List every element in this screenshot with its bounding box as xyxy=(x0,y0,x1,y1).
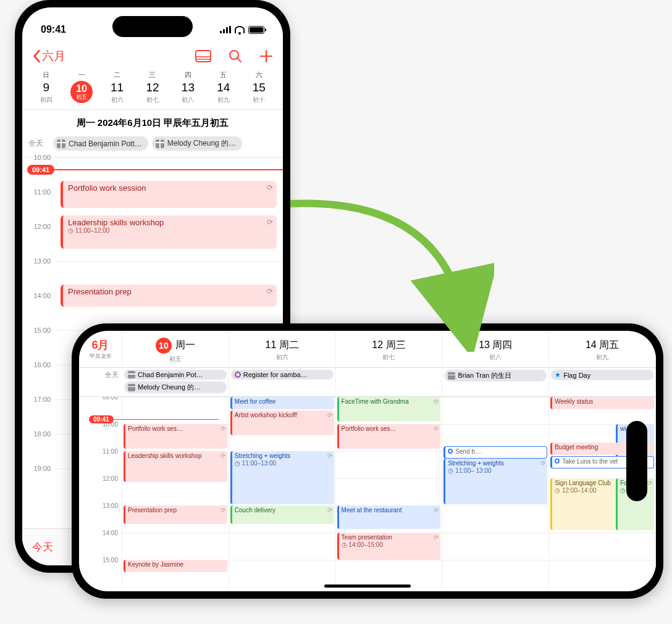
day-column[interactable]: Portfolio work ses…⟳Leadership skills wo… xyxy=(122,397,229,588)
hour-label: 11:00 xyxy=(22,188,56,223)
event[interactable]: Leadership skills workshop◷ 11:00–12:00⟳ xyxy=(61,215,277,249)
recur-icon: ⟳ xyxy=(434,425,439,433)
gift-icon xyxy=(128,371,135,378)
hour-label: 16:00 xyxy=(22,361,56,396)
now-indicator: 09:41 xyxy=(27,165,54,175)
hour-label: 17:00 xyxy=(22,396,56,430)
recur-icon: ⟳ xyxy=(434,507,439,514)
wifi-icon xyxy=(235,26,245,33)
allday-cell xyxy=(336,368,443,396)
gift-icon xyxy=(128,384,135,391)
back-label: 六月 xyxy=(42,48,65,64)
allday-chip[interactable]: Melody Cheung 的… xyxy=(124,381,227,393)
hour-label: 12:00 xyxy=(22,223,56,257)
recur-icon: ⟳ xyxy=(647,480,652,487)
weekday-label: 日 xyxy=(28,70,64,80)
event[interactable]: Meet for coffee xyxy=(230,397,334,409)
event[interactable]: Stretching + weights◷ 11:00–13:00⟳ xyxy=(230,451,334,504)
gift-icon xyxy=(57,139,65,148)
gift-icon xyxy=(156,139,164,148)
day-header[interactable]: 14 周五初九 xyxy=(549,331,656,367)
time-gutter: 09:0010:0011:0012:0013:0014:0015:00 xyxy=(79,397,122,588)
allday-cell: Brian Tran 的生日 xyxy=(442,368,549,396)
circle-icon xyxy=(235,372,241,378)
weekday-header: 日一二三四五六 xyxy=(22,70,283,80)
event[interactable]: Presentation prep⟳ xyxy=(61,285,277,307)
event[interactable]: Send b… xyxy=(443,446,547,459)
day-column[interactable]: FaceTime with Grandma⟳Portfolio work ses… xyxy=(336,397,443,588)
allday-label: 全天 xyxy=(79,368,122,396)
event[interactable]: Leadership skills workshop⟳ xyxy=(124,451,227,482)
event[interactable]: Portfolio work ses…⟳ xyxy=(337,424,441,449)
today-button[interactable]: 今天 xyxy=(32,540,53,554)
day-cell[interactable]: 13初八 xyxy=(170,81,206,104)
event[interactable]: Team presentation◷ 14:00–15:00⟳ xyxy=(337,533,441,560)
day-header[interactable]: 12 周三初七 xyxy=(336,331,443,367)
day-cell[interactable]: 15初十 xyxy=(242,81,277,104)
week-grid[interactable]: 09:0010:0011:0012:0013:0014:0015:0009:41… xyxy=(79,397,656,588)
day-cell[interactable]: 12初七 xyxy=(135,81,170,104)
month-label[interactable]: 6月甲辰龙年 xyxy=(79,331,122,367)
list-toggle-button[interactable] xyxy=(195,50,211,62)
day-header[interactable]: 10周一初五 xyxy=(122,331,229,367)
day-header[interactable]: 13 周四初八 xyxy=(442,331,549,367)
recur-icon: ⟳ xyxy=(327,507,332,514)
event[interactable]: Portfolio work session⟳ xyxy=(61,181,277,208)
event[interactable]: Stretching + weights◷ 11:00– 13:00⟳ xyxy=(443,459,547,504)
star-icon: ★ xyxy=(555,371,561,379)
weekday-label: 四 xyxy=(170,70,206,80)
gift-icon xyxy=(448,372,455,380)
hour-label: 19:00 xyxy=(22,465,56,499)
day-cell[interactable]: 11初六 xyxy=(99,81,135,104)
now-indicator: 09:41 xyxy=(89,415,114,423)
home-indicator xyxy=(324,584,411,588)
allday-cell: Register for samba… xyxy=(229,368,336,396)
notch xyxy=(626,421,647,501)
day-picker[interactable]: 9初四10初五11初六12初七13初八14初九15初十 xyxy=(22,80,283,110)
recur-icon: ⟳ xyxy=(220,425,225,433)
day-cell[interactable]: 14初九 xyxy=(206,81,241,104)
battery-icon xyxy=(248,26,264,34)
weekday-label: 五 xyxy=(206,70,241,80)
allday-cell: Chad Benjamin Pot…Melody Cheung 的… xyxy=(122,368,229,396)
event[interactable]: Weekly status xyxy=(550,397,654,409)
event[interactable]: Presentation prep⟳ xyxy=(124,505,227,524)
day-cell[interactable]: 10初五 xyxy=(64,81,99,104)
weekday-label: 三 xyxy=(135,70,170,80)
add-button[interactable] xyxy=(259,49,273,63)
status-time: 09:41 xyxy=(41,24,66,35)
back-button[interactable]: 六月 xyxy=(32,48,65,64)
hour-label: 15:00 xyxy=(22,327,56,361)
allday-chip[interactable]: Melody Cheung 的… xyxy=(152,136,242,151)
day-header[interactable]: 11 周二初六 xyxy=(229,331,336,367)
allday-chip[interactable]: Chad Benjamin Pott… xyxy=(53,136,148,151)
allday-chip[interactable]: Brian Tran 的生日 xyxy=(444,370,547,381)
cellular-icon xyxy=(220,26,231,33)
allday-chip[interactable]: Register for samba… xyxy=(231,370,334,380)
week-header: 6月甲辰龙年10周一初五11 周二初六12 周三初七13 周四初八14 周五初九 xyxy=(79,331,656,368)
svg-rect-0 xyxy=(196,51,211,62)
event[interactable]: Keynote by Jasmine xyxy=(124,560,227,572)
recur-icon: ⟳ xyxy=(267,218,273,227)
day-column[interactable]: Meet for coffeeArtist workshop kickoff!⟳… xyxy=(229,397,336,588)
weekday-label: 一 xyxy=(64,70,99,80)
allday-chip[interactable]: ★Flag Day xyxy=(551,370,653,380)
allday-row: 全天Chad Benjamin Pot…Melody Cheung 的…Regi… xyxy=(79,368,656,397)
event[interactable]: Meet at the restaurant⟳ xyxy=(337,505,441,529)
hour-label: 14:00 xyxy=(22,292,56,327)
hour-label: 13:00 xyxy=(22,257,56,292)
event[interactable]: Couch delivery⟳ xyxy=(230,505,334,524)
svg-line-4 xyxy=(237,58,241,62)
allday-chip[interactable]: Chad Benjamin Pot… xyxy=(124,370,227,380)
day-column[interactable]: Send b…Stretching + weights◷ 11:00– 13:0… xyxy=(442,397,549,588)
recur-icon: ⟳ xyxy=(267,183,273,192)
notch xyxy=(112,16,193,37)
recur-icon: ⟳ xyxy=(434,534,439,541)
recur-icon: ⟳ xyxy=(267,287,273,296)
recur-icon: ⟳ xyxy=(327,452,332,460)
search-button[interactable] xyxy=(229,49,242,63)
event[interactable]: Portfolio work ses…⟳ xyxy=(124,424,227,449)
day-cell[interactable]: 9初四 xyxy=(28,81,64,104)
allday-cell: ★Flag Day xyxy=(549,368,656,396)
phone-landscape: 6月甲辰龙年10周一初五11 周二初六12 周三初七13 周四初八14 周五初九… xyxy=(72,323,663,599)
